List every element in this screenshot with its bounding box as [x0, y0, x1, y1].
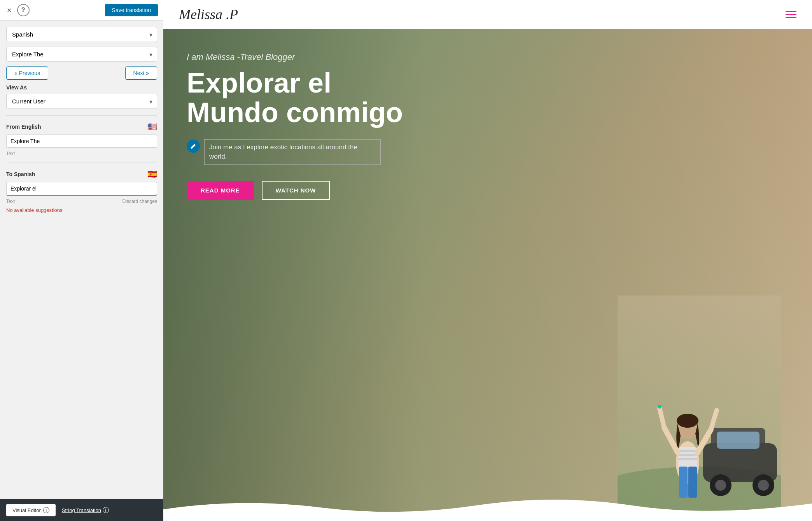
hamburger-menu-icon[interactable] [786, 11, 796, 18]
suggestions-label: No available suggestions [6, 207, 157, 213]
read-more-button[interactable]: READ MORE [187, 181, 254, 200]
hero-content: I am Melissa -Travel Blogger Explorar el… [163, 29, 436, 223]
to-type-label: Text [6, 199, 15, 204]
watch-now-button[interactable]: WATCH NOW [262, 181, 330, 200]
visual-editor-info-icon: i [43, 507, 49, 513]
language-select[interactable]: Spanish French German [6, 27, 157, 42]
nav-buttons: « Previous Next » [6, 66, 157, 80]
left-panel: × ? Save translation Spanish French Germ… [0, 0, 163, 521]
view-as-select-wrapper: Current User Guest [6, 94, 157, 109]
hamburger-line-3 [786, 17, 796, 18]
svg-rect-14 [679, 467, 688, 498]
to-spanish-header: To Spanish 🇪🇸 [6, 170, 157, 179]
close-button[interactable]: × [5, 4, 13, 16]
previous-button[interactable]: « Previous [6, 66, 48, 80]
discard-changes-link[interactable]: Discard changes [122, 199, 157, 204]
visual-editor-label: Visual Editor [12, 507, 41, 513]
string-translation-info-icon: i [103, 507, 109, 513]
visual-editor-tab[interactable]: Visual Editor i [6, 504, 56, 516]
spanish-flag: 🇪🇸 [147, 170, 157, 179]
top-bar: × ? Save translation [0, 0, 163, 21]
site-logo: Melissa .P [179, 6, 238, 23]
hero-description-box: Join me as I explore exotic locations al… [204, 139, 381, 165]
edit-icon-circle[interactable] [187, 140, 200, 153]
string-select-wrapper: Explore The Read More Watch Now [6, 47, 157, 62]
svg-point-8 [758, 480, 769, 491]
hero-title-line2: Mundo conmigo [187, 97, 403, 128]
hero-subtitle: I am Melissa -Travel Blogger [187, 52, 412, 62]
svg-point-17 [677, 414, 698, 428]
to-spanish-section: To Spanish 🇪🇸 Text Discard changes No av… [6, 170, 157, 213]
divider [6, 115, 157, 116]
to-spanish-input[interactable] [6, 182, 157, 196]
hamburger-line-2 [786, 14, 796, 15]
english-flag: 🇺🇸 [147, 122, 157, 131]
help-button[interactable]: ? [17, 4, 30, 16]
next-button[interactable]: Next » [125, 66, 157, 80]
panel-body: Spanish French German Explore The Read M… [0, 21, 163, 219]
hero-section: I am Melissa -Travel Blogger Explorar el… [163, 29, 812, 521]
svg-rect-15 [688, 467, 697, 498]
from-english-section: From English 🇺🇸 Text [6, 122, 157, 156]
from-english-label: From English [6, 124, 41, 130]
divider-2 [6, 163, 157, 163]
hero-wave [163, 498, 812, 521]
edit-icon [190, 143, 196, 149]
hero-description-wrapper: Join me as I explore exotic locations al… [187, 139, 381, 165]
from-type-label: Text [6, 151, 15, 156]
svg-point-22 [658, 405, 662, 409]
right-panel: Melissa .P [163, 0, 812, 521]
from-english-meta: Text [6, 151, 157, 156]
to-spanish-label: To Spanish [6, 171, 35, 177]
svg-rect-4 [717, 432, 760, 449]
view-as-section: View As Current User Guest [6, 84, 157, 109]
from-english-header: From English 🇺🇸 [6, 122, 157, 131]
language-select-wrapper: Spanish French German [6, 27, 157, 42]
string-translation-label: String Translation [62, 507, 101, 513]
bottom-bar: Visual Editor i String Translation i [0, 499, 163, 521]
view-as-label: View As [6, 84, 157, 91]
hero-title-line1: Explorar el [187, 67, 331, 98]
site-header: Melissa .P [163, 0, 812, 29]
to-spanish-meta: Text Discard changes [6, 199, 157, 204]
svg-rect-13 [678, 458, 697, 460]
hero-buttons: READ MORE WATCH NOW [187, 181, 412, 200]
view-as-select[interactable]: Current User Guest [6, 94, 157, 109]
hero-illustration [618, 295, 781, 521]
string-select[interactable]: Explore The Read More Watch Now [6, 47, 157, 62]
svg-point-6 [715, 480, 726, 491]
from-english-input[interactable] [6, 135, 157, 148]
hamburger-line-1 [786, 11, 796, 12]
svg-rect-12 [678, 454, 697, 456]
string-translation-tab[interactable]: String Translation i [62, 507, 109, 513]
hero-title: Explorar el Mundo conmigo [187, 68, 412, 127]
save-translation-button[interactable]: Save translation [105, 4, 158, 16]
svg-rect-11 [678, 450, 697, 452]
hero-description-text: Join me as I explore exotic locations al… [209, 143, 357, 160]
